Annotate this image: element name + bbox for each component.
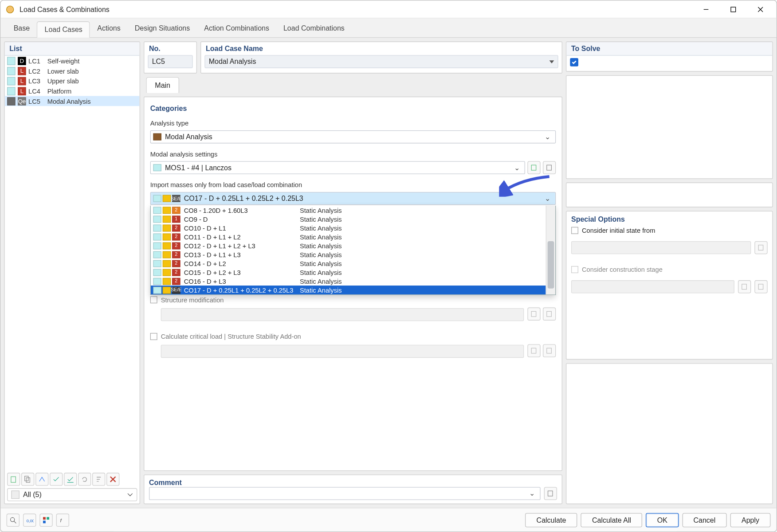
app-icon bbox=[5, 4, 15, 14]
list-item[interactable]: Qe LC5 Modal Analysis bbox=[5, 96, 140, 106]
ok-button[interactable]: OK bbox=[646, 513, 679, 527]
construction-stage-new-icon[interactable] bbox=[738, 280, 751, 293]
struct-mod-edit-icon[interactable] bbox=[543, 308, 556, 321]
new-icon[interactable] bbox=[7, 473, 20, 485]
close-button[interactable] bbox=[747, 0, 774, 18]
list-item[interactable]: L LC3 Upper slab bbox=[5, 76, 140, 86]
critical-load-edit-icon[interactable] bbox=[543, 344, 556, 357]
tab-actions[interactable]: Actions bbox=[90, 21, 127, 37]
scrollbar-thumb[interactable] bbox=[548, 241, 554, 289]
special-options-title: Special Options bbox=[571, 215, 768, 223]
calculate-button[interactable]: Calculate bbox=[525, 513, 577, 527]
item-type: Static Analysis bbox=[300, 215, 342, 223]
item-name: CO10 - D + L1 bbox=[184, 224, 296, 231]
import-masses-select[interactable]: SE/E CO17 - D + 0.25L1 + 0.25L2 + 0.25L3… bbox=[150, 192, 556, 205]
sort-icon[interactable] bbox=[92, 473, 105, 485]
item-swatches: 2 bbox=[153, 242, 180, 249]
edit-settings-icon[interactable] bbox=[543, 161, 556, 174]
category-badge: Qe bbox=[18, 97, 26, 105]
apply-button[interactable]: Apply bbox=[730, 513, 771, 527]
no-label: No. bbox=[144, 42, 196, 55]
color-swatch bbox=[7, 77, 16, 85]
construction-stage-checkbox[interactable] bbox=[571, 266, 578, 273]
structure-modification-checkbox[interactable] bbox=[150, 296, 157, 303]
lc-name: Upper slab bbox=[47, 77, 137, 84]
units-icon[interactable]: 0,00 bbox=[23, 513, 36, 526]
comment-input[interactable]: ⌄ bbox=[149, 487, 541, 500]
svg-rect-17 bbox=[548, 491, 553, 496]
no-input[interactable]: LC5 bbox=[148, 55, 192, 68]
list-item[interactable]: D LC1 Self-weight bbox=[5, 56, 140, 66]
item-swatches: 2 bbox=[153, 260, 180, 267]
function-icon[interactable]: f bbox=[56, 513, 69, 526]
item-name: CO14 - D + L2 bbox=[184, 260, 296, 267]
lc-id: LC3 bbox=[28, 77, 45, 84]
svg-rect-16 bbox=[547, 348, 552, 353]
item-type: Static Analysis bbox=[300, 269, 342, 276]
item-name: CO11 - D + L1 + L2 bbox=[184, 233, 296, 240]
titlebar: Load Cases & Combinations bbox=[0, 0, 776, 18]
tab-load-cases[interactable]: Load Cases bbox=[37, 21, 90, 38]
refresh-icon[interactable] bbox=[78, 473, 91, 485]
item-name: CO15 - D + L2 + L3 bbox=[184, 269, 296, 276]
initial-state-edit-icon[interactable] bbox=[754, 241, 767, 254]
struct-mod-new-icon[interactable] bbox=[527, 308, 540, 321]
initial-state-checkbox[interactable] bbox=[571, 227, 578, 234]
search-icon[interactable] bbox=[7, 513, 20, 526]
dropdown-item[interactable]: 2CO12 - D + L1 + L2 + L3Static Analysis bbox=[151, 241, 546, 250]
tab-base[interactable]: Base bbox=[7, 21, 37, 37]
dropdown-item[interactable]: 2CO16 - D + L3Static Analysis bbox=[151, 277, 546, 286]
critical-load-field bbox=[161, 345, 524, 358]
dropdown-item[interactable]: 2CO15 - D + L2 + L3Static Analysis bbox=[151, 268, 546, 277]
item-swatches: 2 bbox=[153, 278, 180, 285]
analysis-type-label: Analysis type bbox=[150, 120, 556, 127]
item-name: CO16 - D + L3 bbox=[184, 278, 296, 285]
tab-design-situations[interactable]: Design Situations bbox=[128, 21, 197, 37]
construction-stage-edit-icon[interactable] bbox=[754, 280, 767, 293]
lc-name: Platform bbox=[47, 87, 137, 94]
dropdown-item[interactable]: 1CO9 - DStatic Analysis bbox=[151, 215, 546, 223]
dropdown-scrollbar[interactable] bbox=[546, 206, 555, 294]
dropdown-item[interactable]: 2CO14 - D + L2Static Analysis bbox=[151, 259, 546, 268]
tab-main[interactable]: Main bbox=[146, 77, 179, 93]
colors-icon[interactable] bbox=[39, 513, 52, 526]
tab-load-combinations[interactable]: Load Combinations bbox=[276, 21, 352, 37]
cancel-button[interactable]: Cancel bbox=[682, 513, 726, 527]
delete-icon[interactable] bbox=[106, 473, 119, 485]
dropdown-item[interactable]: SE/ECO17 - D + 0.25L1 + 0.25L2 + 0.25L3S… bbox=[151, 286, 546, 294]
assign-icon[interactable] bbox=[35, 473, 48, 485]
modal-settings-select[interactable]: MOS1 - #4 | Lanczos ⌄ bbox=[150, 161, 525, 174]
new-settings-icon[interactable] bbox=[527, 161, 540, 174]
comment-edit-icon[interactable] bbox=[544, 487, 557, 500]
maximize-button[interactable] bbox=[720, 0, 747, 18]
category-badge: L bbox=[18, 87, 26, 95]
calculate-all-button[interactable]: Calculate All bbox=[581, 513, 643, 527]
dropdown-item[interactable]: 2CO8 - 1.20D + 1.60L3Static Analysis bbox=[151, 206, 546, 215]
dropdown-item[interactable]: 2CO11 - D + L1 + L2Static Analysis bbox=[151, 232, 546, 241]
color-swatch bbox=[7, 87, 16, 95]
minimize-button[interactable] bbox=[692, 0, 719, 18]
to-solve-checkbox[interactable] bbox=[570, 58, 578, 66]
name-input[interactable]: Modal Analysis bbox=[204, 55, 558, 68]
item-type: Static Analysis bbox=[300, 242, 342, 249]
import-masses-value: CO17 - D + 0.25L1 + 0.25L2 + 0.25L3 bbox=[184, 194, 303, 203]
dropdown-item[interactable]: 2CO13 - D + L1 + L3Static Analysis bbox=[151, 250, 546, 259]
item-swatches: SE/E bbox=[153, 286, 180, 293]
list-filter-select[interactable]: All (5) bbox=[7, 488, 137, 501]
analysis-type-select[interactable]: Modal Analysis ⌄ bbox=[150, 130, 556, 143]
list-item[interactable]: L LC2 Lower slab bbox=[5, 66, 140, 76]
load-case-list: D LC1 Self-weight L LC2 Lower slab L LC3 bbox=[5, 56, 140, 470]
uncheck-all-icon[interactable] bbox=[64, 473, 77, 485]
filter-value: All (5) bbox=[23, 490, 42, 499]
copy-icon[interactable] bbox=[21, 473, 34, 485]
critical-load-checkbox[interactable] bbox=[150, 333, 157, 340]
initial-state-field bbox=[571, 241, 751, 254]
modal-settings-label: Modal analysis settings bbox=[150, 150, 556, 157]
critical-load-new-icon[interactable] bbox=[527, 344, 540, 357]
tab-action-combinations[interactable]: Action Combinations bbox=[197, 21, 276, 37]
list-item[interactable]: L LC4 Platform bbox=[5, 86, 140, 96]
check-all-icon[interactable] bbox=[50, 473, 63, 485]
dropdown-item[interactable]: 2CO10 - D + L1Static Analysis bbox=[151, 223, 546, 232]
lc-id: LC4 bbox=[28, 87, 45, 94]
name-value: Modal Analysis bbox=[209, 58, 256, 66]
